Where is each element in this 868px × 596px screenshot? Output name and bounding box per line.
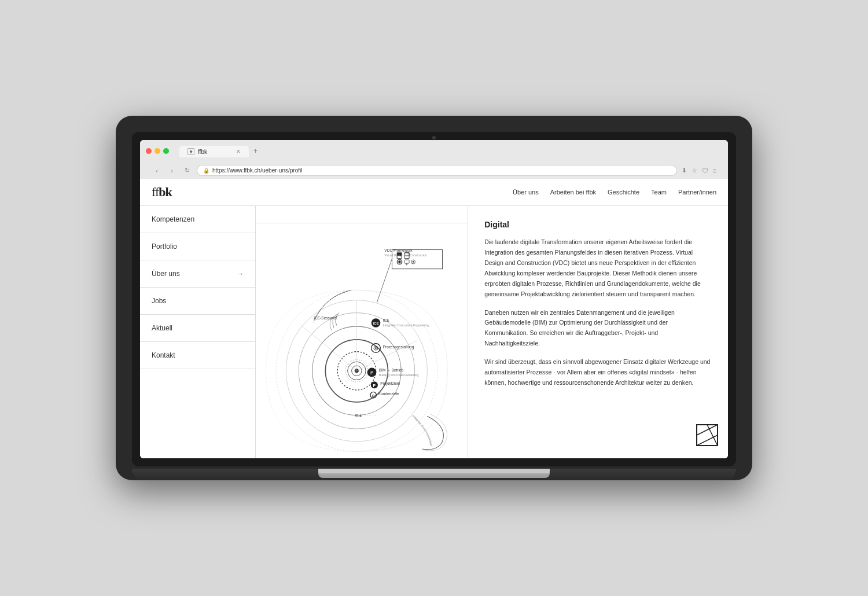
forward-button[interactable]: › <box>167 165 177 176</box>
extensions-icon[interactable]: 🛡 <box>702 167 708 174</box>
svg-line-49 <box>707 425 718 446</box>
sidebar-item-jobs[interactable]: Jobs <box>140 288 255 315</box>
new-tab-button[interactable]: + <box>249 145 262 157</box>
svg-text:Building Information Modeling: Building Information Modeling <box>379 373 419 377</box>
maximize-button[interactable] <box>163 148 169 154</box>
tab-title: ffbk <box>198 149 207 155</box>
text-panel: Digital Die laufende digitale Transforma… <box>468 206 728 458</box>
content-paragraph-3: Wir sind überzeugt, dass ein sinnvoll ab… <box>484 357 712 388</box>
sidebar-item-kompetenzen[interactable]: Kompetenzen <box>140 206 255 233</box>
tab-close-button[interactable]: ✕ <box>236 149 241 154</box>
svg-text:Integrated Concurrent Engineer: Integrated Concurrent Engineering <box>383 324 429 328</box>
svg-point-18 <box>413 262 414 263</box>
diagram-svg: ICE P P <box>256 223 468 458</box>
svg-point-14 <box>398 261 400 263</box>
site-header: ffbk Über uns Arbeiten bei ffbk Geschich… <box>140 179 728 206</box>
laptop-foot <box>318 469 550 478</box>
svg-text:BIM → Betrieb: BIM → Betrieb <box>379 368 404 372</box>
nav-geschichte[interactable]: Geschichte <box>608 189 639 196</box>
sidebar-item-aktuell[interactable]: Aktuell <box>140 315 255 342</box>
diagram-panel: ICE P P <box>256 206 468 458</box>
refresh-button[interactable]: ↻ <box>182 165 192 176</box>
toolbar-right: ⬇ ☆ 🛡 ≡ <box>682 167 716 174</box>
back-button[interactable]: ‹ <box>152 165 162 176</box>
lock-icon: 🔒 <box>203 168 209 174</box>
tab-bar: ff ffbk ✕ + <box>179 145 262 157</box>
svg-text:VDC Framework: VDC Framework <box>384 249 413 253</box>
svg-text:P: P <box>373 384 376 388</box>
menu-icon[interactable]: ≡ <box>713 167 716 174</box>
nav-ueber-uns[interactable]: Über uns <box>513 189 539 196</box>
svg-text:Integrale Zusammenarbeit: Integrale Zusammenarbeit <box>412 414 433 446</box>
svg-text:ffbk: ffbk <box>355 414 363 419</box>
svg-text:Projektziele: Projektziele <box>380 382 400 387</box>
browser-chrome: ff ffbk ✕ + ‹ › ↻ 🔒 https://www.ffbk. <box>140 140 728 179</box>
diagram-area: ICE P P <box>256 223 468 458</box>
close-button[interactable] <box>146 148 152 154</box>
url-text: https://www.ffbk.ch/ueber-uns/profil <box>212 167 302 174</box>
browser-titlebar: ff ffbk ✕ + <box>146 145 722 162</box>
sidebar-item-kontakt[interactable]: Kontakt <box>140 342 255 369</box>
main-content: ICE P P <box>256 206 728 458</box>
svg-text:Prozessgestaltung: Prozessgestaltung <box>383 345 414 350</box>
content-paragraph-1: Die laufende digitale Transformation uns… <box>484 237 712 299</box>
traffic-lights <box>146 148 169 154</box>
content-heading: Digital <box>484 220 712 229</box>
svg-text:· · · · ·: · · · · · <box>365 414 376 419</box>
website-content: ffbk Über uns Arbeiten bei ffbk Geschich… <box>140 179 728 458</box>
svg-text:P: P <box>372 394 374 398</box>
downloads-icon[interactable]: ⬇ <box>682 167 687 174</box>
nav-team[interactable]: Team <box>651 189 667 196</box>
svg-text:P: P <box>370 370 373 376</box>
address-bar[interactable]: 🔒 https://www.ffbk.ch/ueber-uns/profil <box>197 165 677 176</box>
site-body: Kompetenzen Portfolio Über uns → Jobs <box>140 206 728 458</box>
site-logo: ffbk <box>152 185 172 200</box>
browser-tab[interactable]: ff ffbk ✕ <box>179 146 249 157</box>
minimize-button[interactable] <box>155 148 160 154</box>
svg-text:Virtual Design and Constructio: Virtual Design and Construction <box>384 253 426 257</box>
laptop-connector <box>318 469 550 473</box>
site-nav: Über uns Arbeiten bei ffbk Geschichte Te… <box>513 189 716 196</box>
tab-favicon: ff <box>187 148 194 155</box>
svg-text:ICE: ICE <box>373 321 378 325</box>
browser-window: ff ffbk ✕ + ‹ › ↻ 🔒 https://www.ffbk. <box>140 140 728 458</box>
svg-text:ICE-Sessions: ICE-Sessions <box>314 316 337 320</box>
svg-line-48 <box>697 435 718 446</box>
nav-arbeiten[interactable]: Arbeiten bei ffbk <box>550 189 596 196</box>
bookmark-icon[interactable]: ☆ <box>692 167 697 174</box>
sidebar-item-portfolio[interactable]: Portfolio <box>140 233 255 260</box>
sidebar-item-ueber-uns[interactable]: Über uns → <box>140 260 255 288</box>
sidebar: Kompetenzen Portfolio Über uns → Jobs <box>140 206 256 458</box>
diagram-top-bar <box>256 206 468 223</box>
svg-line-19 <box>377 259 392 303</box>
svg-text:Kundenziele: Kundenziele <box>378 392 399 396</box>
laptop-frame: ff ffbk ✕ + ‹ › ↻ 🔒 https://www.ffbk. <box>116 116 752 480</box>
browser-toolbar: ‹ › ↻ 🔒 https://www.ffbk.ch/ueber-uns/pr… <box>146 162 722 179</box>
screen-bezel: ff ffbk ✕ + ‹ › ↻ 🔒 https://www.ffbk. <box>132 132 736 466</box>
svg-line-47 <box>697 425 718 435</box>
sidebar-arrow: → <box>237 270 244 277</box>
nav-partner[interactable]: Partner/innen <box>678 189 716 196</box>
corner-logo <box>696 424 719 449</box>
svg-rect-46 <box>697 425 718 446</box>
svg-text:ICE: ICE <box>383 319 390 323</box>
svg-point-24 <box>375 348 377 349</box>
laptop-base <box>132 469 736 480</box>
content-paragraph-2: Daneben nutzen wir ein zentrales Datenma… <box>484 308 712 349</box>
camera-dot <box>432 136 436 139</box>
